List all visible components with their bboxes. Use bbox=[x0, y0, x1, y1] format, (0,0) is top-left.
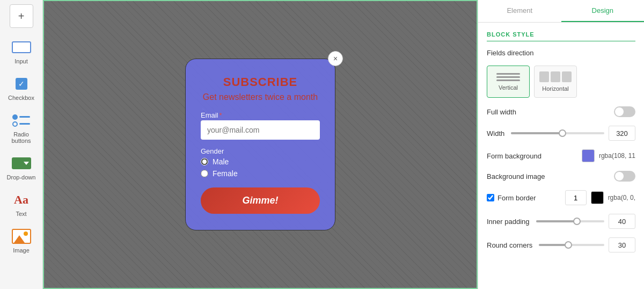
radio-group: Male Female bbox=[201, 157, 320, 178]
form-card-wrapper: × SUBSCRIBE Get newsletters twice a mont… bbox=[185, 59, 335, 230]
sidebar-item-dropdown-label: Drop-down bbox=[7, 174, 36, 180]
vertical-lines-icon bbox=[496, 73, 520, 81]
sidebar-item-checkbox-label: Checkbox bbox=[8, 95, 34, 101]
form-border-swatch[interactable] bbox=[591, 191, 604, 204]
horizontal-lines-icon bbox=[539, 71, 572, 82]
dropdown-icon bbox=[11, 155, 32, 172]
input-icon bbox=[11, 39, 32, 56]
round-corners-row: Round corners 30 bbox=[487, 237, 635, 252]
form-background-label: Form background bbox=[487, 152, 541, 160]
background-image-row: Background image bbox=[487, 171, 635, 182]
border-width-value: 1 bbox=[565, 190, 587, 205]
radio-option-female[interactable]: Female bbox=[201, 169, 320, 178]
sidebar-item-radio-label: Radio buttons bbox=[5, 131, 38, 144]
vertical-label: Vertical bbox=[499, 84, 518, 91]
plus-icon: + bbox=[18, 10, 25, 23]
width-slider-fill bbox=[511, 132, 562, 134]
round-corners-slider-track[interactable] bbox=[539, 244, 604, 246]
text-icon: Aa bbox=[11, 191, 32, 208]
round-corners-value: 30 bbox=[609, 237, 635, 252]
form-title: SUBSCRIBE bbox=[201, 75, 320, 89]
radio-buttons-icon bbox=[11, 112, 32, 129]
email-label: Email* bbox=[201, 111, 320, 119]
submit-button[interactable]: Gimme! bbox=[201, 187, 320, 214]
inner-padding-row: Inner padding 40 bbox=[487, 214, 635, 229]
inner-padding-label: Inner padding bbox=[487, 218, 530, 226]
inner-padding-fill bbox=[536, 220, 577, 222]
radio-female-label: Female bbox=[213, 169, 238, 178]
full-width-label: Full width bbox=[487, 108, 516, 116]
width-slider-row: 320 bbox=[511, 126, 635, 141]
form-card: SUBSCRIBE Get newsletters twice a month … bbox=[185, 59, 335, 230]
fields-direction-row: Fields direction bbox=[487, 49, 635, 57]
form-background-color-row: rgba(108, 11 bbox=[582, 149, 635, 162]
panel-tabs: Element Design bbox=[478, 0, 644, 23]
width-value: 320 bbox=[609, 126, 635, 141]
sidebar-item-radio-buttons[interactable]: Radio buttons bbox=[3, 107, 40, 148]
email-field-group: Email* bbox=[201, 111, 320, 140]
add-button[interactable]: + bbox=[10, 4, 33, 28]
form-border-row: Form border 1 rgba(0, 0, bbox=[487, 190, 635, 205]
background-image-knob bbox=[615, 172, 624, 180]
width-slider-thumb[interactable] bbox=[559, 129, 566, 137]
form-background-value: rgba(108, 11 bbox=[599, 152, 635, 160]
sidebar-item-text-label: Text bbox=[16, 211, 26, 217]
width-slider-track[interactable] bbox=[511, 132, 604, 134]
width-row: Width 320 bbox=[487, 126, 635, 141]
full-width-row: Full width bbox=[487, 106, 635, 117]
email-input[interactable] bbox=[201, 120, 320, 140]
background-image-label: Background image bbox=[487, 172, 545, 180]
background-image-toggle[interactable] bbox=[614, 171, 635, 182]
full-width-toggle[interactable] bbox=[614, 106, 635, 117]
main-canvas: × SUBSCRIBE Get newsletters twice a mont… bbox=[43, 0, 478, 289]
direction-vertical[interactable]: Vertical bbox=[487, 66, 530, 98]
sidebar-item-text[interactable]: Aa Text bbox=[3, 187, 40, 221]
radio-female[interactable] bbox=[201, 170, 208, 177]
radio-option-male[interactable]: Male bbox=[201, 157, 320, 166]
checkbox-icon: ✓ bbox=[11, 75, 32, 92]
form-subtitle: Get newsletters twice a month bbox=[201, 91, 320, 103]
form-border-label-row: Form border bbox=[487, 194, 536, 202]
inner-padding-slider-track[interactable] bbox=[536, 220, 604, 222]
round-corners-fill bbox=[539, 244, 568, 246]
sidebar-item-checkbox[interactable]: ✓ Checkbox bbox=[3, 71, 40, 105]
form-border-label: Form border bbox=[497, 194, 536, 202]
width-label: Width bbox=[487, 129, 504, 138]
block-style-title: BLOCK STYLE bbox=[487, 31, 635, 41]
form-border-color-row: 1 rgba(0, 0, bbox=[565, 190, 635, 205]
inner-padding-value: 40 bbox=[609, 214, 635, 229]
image-icon bbox=[11, 228, 32, 245]
panel-content: BLOCK STYLE Fields direction Vertical bbox=[478, 23, 644, 289]
round-corners-label: Round corners bbox=[487, 241, 532, 249]
direction-horizontal[interactable]: Horizontal bbox=[534, 66, 577, 98]
sidebar-item-image[interactable]: Image bbox=[3, 223, 40, 258]
sidebar-item-image-label: Image bbox=[13, 247, 30, 254]
inner-padding-slider-row: 40 bbox=[536, 214, 635, 229]
toggle-knob bbox=[615, 107, 624, 116]
required-star: * bbox=[219, 111, 222, 119]
tab-element[interactable]: Element bbox=[478, 0, 561, 22]
left-sidebar: + Input ✓ Checkbox Radio buttons Drop-do… bbox=[0, 0, 43, 289]
horizontal-label: Horizontal bbox=[542, 85, 569, 92]
sidebar-item-input-label: Input bbox=[14, 58, 27, 64]
radio-male[interactable] bbox=[201, 158, 208, 165]
gender-label: Gender bbox=[201, 147, 320, 155]
form-background-swatch[interactable] bbox=[582, 149, 595, 162]
close-button[interactable]: × bbox=[328, 51, 343, 66]
direction-options: Vertical Horizontal bbox=[487, 66, 635, 98]
round-corners-slider-row: 30 bbox=[539, 237, 635, 252]
form-background-row: Form background rgba(108, 11 bbox=[487, 149, 635, 162]
inner-padding-thumb[interactable] bbox=[573, 218, 581, 225]
radio-male-label: Male bbox=[213, 157, 229, 166]
sidebar-item-input[interactable]: Input bbox=[3, 34, 40, 69]
sidebar-item-dropdown[interactable]: Drop-down bbox=[3, 150, 40, 185]
gender-field-group: Gender Male Female bbox=[201, 147, 320, 178]
right-panel: Element Design BLOCK STYLE Fields direct… bbox=[478, 0, 644, 289]
fields-direction-label: Fields direction bbox=[487, 49, 533, 57]
form-border-color-value: rgba(0, 0, bbox=[608, 194, 635, 201]
form-border-checkbox[interactable] bbox=[487, 194, 494, 201]
tab-design[interactable]: Design bbox=[561, 0, 645, 22]
round-corners-thumb[interactable] bbox=[565, 241, 572, 249]
